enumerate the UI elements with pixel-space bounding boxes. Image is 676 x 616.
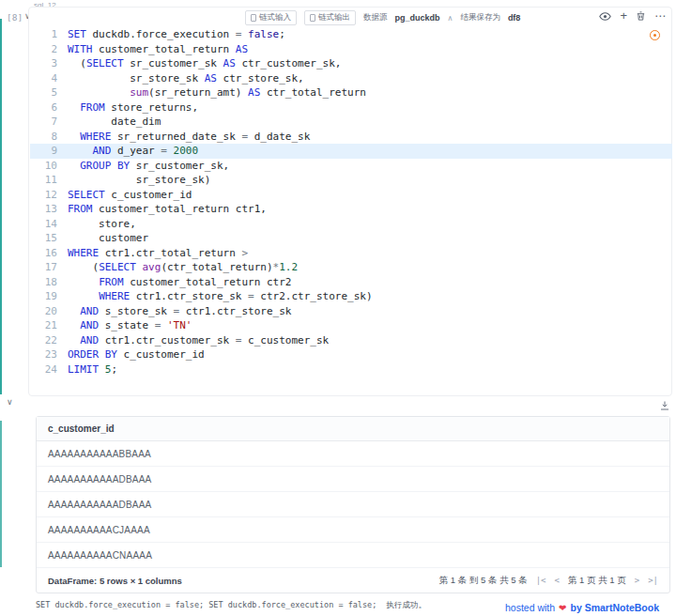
line-number: 22	[30, 333, 68, 348]
code-line[interactable]: 23ORDER BY c_customer_id	[30, 347, 672, 362]
line-number: 9	[30, 144, 68, 159]
line-number: 14	[30, 217, 68, 232]
sql-cell: 链式输入 链式输出 数据源 pg_duckdb ∧ 结果保存为 df8 + ⋯ …	[28, 7, 672, 396]
code-text: FROM store_returns,	[68, 100, 198, 116]
output-collapse-chevron-icon[interactable]: ∨	[7, 397, 13, 407]
code-text: WITH customer_total_return AS	[68, 42, 248, 57]
code-line[interactable]: 9 AND d_year = 2000	[30, 144, 672, 159]
line-number: 3	[30, 56, 68, 71]
site-footer: hosted with ❤ by SmartNoteBook	[505, 602, 659, 613]
sql-editor[interactable]: 1SET duckdb.force_execution = false;2WIT…	[30, 27, 672, 377]
code-line[interactable]: 12SELECT c_customer_id	[30, 188, 672, 203]
code-text: date_dim	[68, 115, 161, 130]
code-line[interactable]: 1SET duckdb.force_execution = false;	[30, 27, 672, 42]
heart-icon: ❤	[559, 603, 566, 613]
result-rows: AAAAAAAAAAABBAAAAAAAAAAAAAADBAAAAAAAAAAA…	[37, 441, 669, 568]
assistant-icon[interactable]	[650, 30, 660, 40]
table-row[interactable]: AAAAAAAAAACJAAAA	[37, 517, 669, 543]
chain-output-button[interactable]: 链式输出	[304, 10, 356, 25]
datasource-select[interactable]: pg_duckdb	[395, 13, 440, 23]
page-text: 第 1 页 共 1 页	[568, 575, 626, 587]
table-row[interactable]: AAAAAAAAAACNAAAA	[37, 543, 669, 568]
cell-value: AAAAAAAAAACNAAAA	[48, 550, 152, 561]
chain-input-button[interactable]: 链式输入	[245, 10, 297, 25]
code-text: sum(sr_return_amt) AS ctr_total_return	[68, 85, 366, 100]
line-number: 12	[30, 188, 68, 203]
table-row[interactable]: AAAAAAAAAAADBAAA	[37, 492, 669, 517]
line-number: 24	[30, 362, 68, 377]
code-line[interactable]: 5 sum(sr_return_amt) AS ctr_total_return	[30, 85, 672, 100]
cell-value: AAAAAAAAAACJAAAA	[48, 525, 150, 535]
line-number: 8	[30, 130, 68, 145]
code-text: (SELECT avg(ctr_total_return)*1.2	[68, 260, 298, 275]
cell-actions: + ⋯	[599, 8, 667, 23]
code-text: store,	[68, 217, 136, 232]
code-text: FROM customer_total_return ctr1,	[68, 202, 267, 217]
code-line[interactable]: 17 (SELECT avg(ctr_total_return)*1.2	[30, 260, 672, 275]
code-line[interactable]: 14 store,	[30, 217, 672, 232]
line-number: 4	[30, 71, 68, 86]
code-line[interactable]: 2WITH customer_total_return AS	[30, 42, 672, 57]
last-page-button[interactable]: >|	[648, 576, 658, 585]
code-line[interactable]: 6 FROM store_returns,	[30, 100, 672, 116]
result-save-label: 结果保存为	[460, 12, 500, 23]
code-line[interactable]: 10 GROUP BY sr_customer_sk,	[30, 159, 672, 174]
table-footer: DataFrame: 5 rows × 1 columns 第 1 条 到 5 …	[37, 568, 669, 593]
chevron-up-icon[interactable]: ∧	[448, 14, 453, 23]
line-number: 5	[30, 85, 68, 100]
code-line[interactable]: 8 WHERE sr_returned_date_sk = d_date_sk	[30, 130, 672, 145]
code-text: ORDER BY c_customer_id	[68, 347, 205, 362]
code-line[interactable]: 18 FROM customer_total_return ctr2	[30, 275, 672, 290]
download-result-icon[interactable]	[659, 398, 670, 415]
code-text: FROM customer_total_return ctr2	[68, 275, 291, 290]
notebook-page: sql_12 [8] ∨ ✓ 2.3431s 链式输入 链式输出 数据源 pg_…	[0, 0, 676, 616]
column-header[interactable]: c_customer_id	[48, 424, 115, 434]
code-line[interactable]: 24LIMIT 5;	[30, 362, 672, 377]
delete-cell-button[interactable]	[636, 10, 646, 22]
code-line[interactable]: 15 customer	[30, 231, 672, 246]
code-line[interactable]: 3 (SELECT sr_customer_sk AS ctr_customer…	[30, 56, 672, 71]
line-number: 6	[30, 100, 68, 116]
code-line[interactable]: 19 WHERE ctr1.ctr_store_sk = ctr2.ctr_st…	[30, 289, 672, 304]
prev-page-button[interactable]: <	[555, 576, 560, 585]
code-line[interactable]: 21 AND s_state = 'TN'	[30, 318, 672, 333]
code-text: WHERE ctr1.ctr_total_return >	[68, 246, 248, 261]
line-number: 19	[30, 289, 68, 304]
code-text: LIMIT 5;	[68, 362, 117, 377]
code-text: AND d_year = 2000	[68, 144, 198, 159]
code-line[interactable]: 4 sr_store_sk AS ctr_store_sk,	[30, 71, 672, 86]
code-lines: 1SET duckdb.force_execution = false;2WIT…	[30, 27, 672, 377]
visibility-icon[interactable]	[599, 10, 611, 23]
code-line[interactable]: 22 AND ctr1.ctr_customer_sk = c_customer…	[30, 333, 672, 348]
code-text: AND s_state = 'TN'	[68, 318, 192, 333]
first-page-button[interactable]: |<	[536, 576, 546, 585]
smartnotebook-link[interactable]: by SmartNoteBook	[570, 602, 659, 613]
line-number: 13	[30, 202, 68, 217]
datasource-label: 数据源	[363, 12, 388, 23]
code-line[interactable]: 13FROM customer_total_return ctr1,	[30, 202, 672, 217]
code-text: WHERE sr_returned_date_sk = d_date_sk	[68, 130, 310, 145]
chain-output-label: 链式输出	[318, 12, 350, 23]
cell-toolbar: 链式输入 链式输出 数据源 pg_duckdb ∧ 结果保存为 df8	[245, 10, 520, 25]
line-number: 7	[30, 115, 68, 130]
line-number: 2	[30, 42, 68, 57]
table-row[interactable]: AAAAAAAAAAABBAAA	[37, 441, 669, 467]
result-save-value[interactable]: df8	[508, 13, 521, 23]
hosted-with-text: hosted with	[505, 602, 555, 613]
next-page-button[interactable]: >	[635, 576, 639, 585]
code-line[interactable]: 20 AND s_store_sk = ctr1.ctr_store_sk	[30, 304, 672, 319]
table-row[interactable]: AAAAAAAAAAADBAAA	[37, 467, 669, 492]
code-text: sr_store_sk AS ctr_store_sk,	[68, 71, 304, 86]
code-text: AND s_store_sk = ctr1.ctr_store_sk	[68, 304, 291, 319]
code-line[interactable]: 11 sr_store_sk)	[30, 173, 672, 188]
cell-value: AAAAAAAAAAADBAAA	[48, 474, 151, 485]
line-number: 18	[30, 275, 68, 290]
more-actions-button[interactable]: ⋯	[654, 9, 667, 23]
chain-output-icon	[310, 14, 315, 22]
line-number: 20	[30, 304, 68, 319]
code-text: sr_store_sk)	[68, 173, 210, 188]
line-number: 21	[30, 318, 68, 333]
code-line[interactable]: 16WHERE ctr1.ctr_total_return >	[30, 246, 672, 261]
add-cell-button[interactable]: +	[620, 10, 627, 22]
code-line[interactable]: 7 date_dim	[30, 115, 672, 130]
